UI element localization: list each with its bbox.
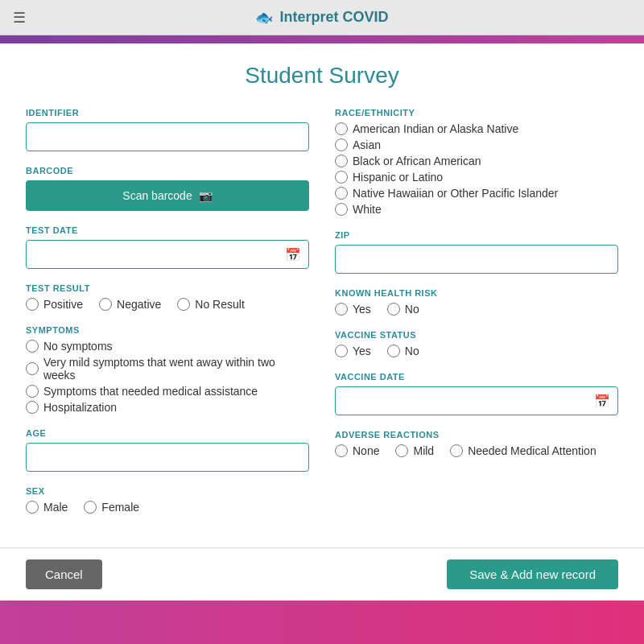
vaccine-status-no-radio[interactable] (387, 345, 400, 357)
test-result-no-result[interactable]: No Result (177, 298, 244, 311)
test-date-group: TEST DATE 📅 (26, 225, 309, 269)
symptom-medical[interactable]: Symptoms that needed medical assistance (26, 385, 309, 398)
health-risk-yes[interactable]: Yes (335, 303, 371, 316)
race-hispanic[interactable]: Hispanic or Latino (335, 171, 618, 184)
race-black-radio[interactable] (335, 155, 348, 167)
test-result-negative[interactable]: Negative (99, 298, 161, 311)
race-white[interactable]: White (335, 203, 618, 216)
symptom-medical-radio[interactable] (26, 385, 39, 398)
vaccine-date-label: VACCINE DATE (335, 372, 618, 382)
adverse-none[interactable]: None (335, 444, 379, 457)
race-ethnicity-group: RACE/ETHNICITY American Indian or Alaska… (335, 108, 618, 216)
race-native-hawaiian-radio[interactable] (335, 187, 348, 200)
identifier-label: IDENTIFIER (26, 108, 309, 118)
symptom-none-label: No symptoms (43, 340, 113, 353)
symptom-medical-label: Symptoms that needed medical assistance (43, 385, 258, 398)
form-columns: IDENTIFIER BARCODE Scan barcode 📷 TEST D… (26, 108, 618, 528)
identifier-input[interactable] (26, 122, 309, 151)
sex-male-radio[interactable] (26, 501, 39, 514)
health-risk-no[interactable]: No (387, 303, 419, 316)
symptom-hospitalization-radio[interactable] (26, 401, 39, 414)
vaccine-status-no[interactable]: No (387, 345, 419, 357)
vaccine-status-label: VACCINE STATUS (335, 330, 618, 340)
vaccine-status-yes[interactable]: Yes (335, 345, 371, 357)
symptom-very-mild[interactable]: Very mild symptoms that went away within… (26, 356, 309, 382)
symptom-none-radio[interactable] (26, 340, 39, 353)
race-american-indian[interactable]: American Indian or Alaska Native (335, 122, 618, 135)
known-health-risk-group: KNOWN HEALTH RISK Yes No (335, 288, 618, 316)
accent-bar-top (0, 35, 644, 43)
barcode-label: BARCODE (26, 166, 309, 175)
top-navigation: ☰ 🐟 Interpret COVID (0, 0, 644, 35)
race-asian-label: Asian (353, 138, 381, 151)
right-column: RACE/ETHNICITY American Indian or Alaska… (335, 108, 618, 528)
zip-input[interactable] (335, 245, 618, 274)
race-asian[interactable]: Asian (335, 138, 618, 151)
test-result-no-result-radio[interactable] (177, 298, 190, 311)
form-container: Student Survey IDENTIFIER BARCODE Scan b… (0, 43, 644, 547)
health-risk-no-radio[interactable] (387, 303, 400, 316)
nav-brand-name: Interpret COVID (279, 9, 388, 26)
adverse-mild-label: Mild (413, 444, 434, 457)
form-title: Student Survey (26, 63, 618, 89)
race-hispanic-label: Hispanic or Latino (353, 171, 443, 184)
adverse-mild-radio[interactable] (395, 444, 408, 457)
test-result-positive-radio[interactable] (26, 298, 39, 311)
race-hispanic-radio[interactable] (335, 171, 348, 184)
sex-male[interactable]: Male (26, 501, 68, 514)
sex-female[interactable]: Female (84, 501, 139, 514)
sex-options: Male Female (26, 501, 309, 514)
adverse-mild[interactable]: Mild (395, 444, 434, 457)
test-result-negative-label: Negative (117, 298, 161, 311)
adverse-medical-radio[interactable] (450, 444, 463, 457)
test-result-negative-radio[interactable] (99, 298, 112, 311)
save-button[interactable]: Save & Add new record (447, 559, 618, 589)
symptom-very-mild-radio[interactable] (26, 362, 39, 375)
cancel-button[interactable]: Cancel (26, 559, 102, 589)
age-group: AGE (26, 428, 309, 472)
menu-icon[interactable]: ☰ (13, 9, 26, 27)
sex-group: SEX Male Female (26, 486, 309, 514)
sex-female-label: Female (101, 501, 139, 514)
test-result-label: TEST RESULT (26, 283, 309, 293)
nav-brand: 🐟 Interpret COVID (255, 9, 388, 27)
race-native-hawaiian-label: Native Hawaiian or Other Pacific Islande… (353, 187, 558, 200)
test-result-group: TEST RESULT Positive Negative No Result (26, 283, 309, 311)
health-risk-yes-radio[interactable] (335, 303, 348, 316)
race-native-hawaiian[interactable]: Native Hawaiian or Other Pacific Islande… (335, 187, 618, 200)
symptom-none[interactable]: No symptoms (26, 340, 309, 353)
sex-label: SEX (26, 486, 309, 496)
scan-barcode-button[interactable]: Scan barcode 📷 (26, 180, 309, 211)
symptoms-options: No symptoms Very mild symptoms that went… (26, 340, 309, 414)
scan-text: Scan barcode (122, 189, 192, 202)
vaccine-date-input[interactable] (335, 386, 618, 415)
test-date-wrapper: 📅 (26, 240, 309, 269)
vaccine-date-group: VACCINE DATE 📅 (335, 372, 618, 415)
test-result-no-result-label: No Result (195, 298, 244, 311)
test-result-options: Positive Negative No Result (26, 298, 309, 311)
vaccine-status-yes-radio[interactable] (335, 345, 348, 357)
zip-label: ZIP (335, 230, 618, 240)
race-asian-radio[interactable] (335, 138, 348, 151)
adverse-medical[interactable]: Needed Medical Attention (450, 444, 597, 457)
adverse-medical-label: Needed Medical Attention (468, 444, 597, 457)
health-risk-no-label: No (405, 303, 419, 316)
race-black-label: Black or African American (353, 155, 481, 167)
race-american-indian-radio[interactable] (335, 122, 348, 135)
sex-female-radio[interactable] (84, 501, 97, 514)
sex-male-label: Male (43, 501, 68, 514)
accent-bar-bottom (0, 601, 644, 644)
age-input[interactable] (26, 443, 309, 472)
symptom-hospitalization[interactable]: Hospitalization (26, 401, 309, 414)
test-result-positive[interactable]: Positive (26, 298, 83, 311)
race-white-radio[interactable] (335, 203, 348, 216)
race-white-label: White (353, 203, 382, 216)
adverse-none-radio[interactable] (335, 444, 348, 457)
symptoms-label: SYMPTOMS (26, 325, 309, 335)
adverse-reactions-group: ADVERSE REACTIONS None Mild Needed Medic… (335, 430, 618, 457)
adverse-reactions-label: ADVERSE REACTIONS (335, 430, 618, 440)
age-label: AGE (26, 428, 309, 438)
known-health-risk-options: Yes No (335, 303, 618, 316)
race-black[interactable]: Black or African American (335, 155, 618, 167)
test-date-input[interactable] (26, 240, 309, 269)
